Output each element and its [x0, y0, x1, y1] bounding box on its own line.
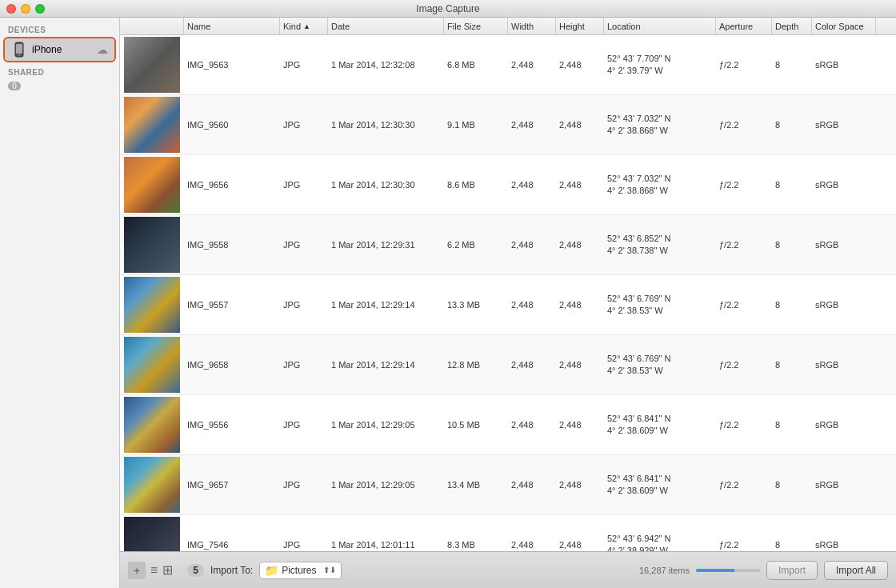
- th-location[interactable]: Location: [604, 18, 716, 34]
- th-name[interactable]: Name: [184, 18, 280, 34]
- cell-aperture: ƒ/2.2: [716, 300, 772, 310]
- thumbnail: [124, 397, 180, 453]
- cell-aperture: ƒ/2.2: [716, 540, 772, 550]
- close-button[interactable]: [6, 4, 16, 14]
- cell-date: 1 Mar 2014, 12:29:14: [328, 360, 444, 370]
- cell-kind: JPG: [280, 240, 328, 250]
- cell-location: 52° 43' 6.852" N4° 2' 38.738" W: [604, 233, 716, 258]
- maximize-button[interactable]: [35, 4, 45, 14]
- cell-location: 52° 43' 6.769" N4° 2' 38.53" W: [604, 353, 716, 378]
- cell-date: 1 Mar 2014, 12:29:31: [328, 240, 444, 250]
- import-folder-selector[interactable]: 📁 Pictures ⬆⬇: [259, 562, 341, 579]
- cell-filesize: 8.3 MB: [444, 540, 508, 550]
- shared-section-header: SHARED: [0, 63, 119, 78]
- folder-icon: 📁: [265, 564, 278, 577]
- th-aperture-label: Aperture: [719, 22, 753, 31]
- shared-row: 0: [0, 78, 119, 94]
- th-colorspace[interactable]: Color Space: [812, 18, 876, 34]
- table-row[interactable]: IMG_9556 JPG 1 Mar 2014, 12:29:05 10.5 M…: [120, 395, 896, 455]
- cell-height: 2,448: [556, 300, 604, 310]
- cell-location: 52° 43' 6.942" N4° 2' 38.929" W: [604, 533, 716, 551]
- cell-height: 2,448: [556, 540, 604, 550]
- cell-thumb: [120, 397, 184, 453]
- sidebar-item-iphone[interactable]: iPhone ☁: [3, 37, 116, 62]
- cell-thumb: [120, 517, 184, 551]
- sort-arrow-icon: ▲: [303, 22, 310, 30]
- th-date[interactable]: Date: [328, 18, 444, 34]
- th-width-label: Width: [511, 22, 534, 31]
- cell-aperture: ƒ/2.2: [716, 60, 772, 70]
- table-row[interactable]: IMG_9657 JPG 1 Mar 2014, 12:29:05 13.4 M…: [120, 455, 896, 515]
- table-header: Name Kind ▲ Date File Size Width Height …: [120, 18, 896, 35]
- cell-depth: 8: [772, 240, 812, 250]
- cell-kind: JPG: [280, 480, 328, 490]
- minimize-button[interactable]: [21, 4, 30, 14]
- cell-date: 1 Mar 2014, 12:01:11: [328, 540, 444, 550]
- table-row[interactable]: IMG_9656 JPG 1 Mar 2014, 12:30:30 8.6 MB…: [120, 155, 896, 215]
- cell-filesize: 12.8 MB: [444, 360, 508, 370]
- cell-date: 1 Mar 2014, 12:32:08: [328, 60, 444, 70]
- cell-height: 2,448: [556, 360, 604, 370]
- zoom-slider[interactable]: [696, 569, 760, 572]
- cell-width: 2,448: [508, 60, 556, 70]
- cell-thumb: [120, 337, 184, 393]
- thumbnail: [124, 157, 180, 213]
- cell-colorspace: sRGB: [812, 240, 876, 250]
- grid-view-icon[interactable]: ⊞: [162, 562, 173, 578]
- cell-date: 1 Mar 2014, 12:30:30: [328, 120, 444, 130]
- svg-rect-1: [16, 44, 22, 54]
- cell-colorspace: sRGB: [812, 180, 876, 190]
- bottom-right: Import Import All: [696, 561, 888, 580]
- cell-thumb: [120, 217, 184, 273]
- cell-kind: JPG: [280, 300, 328, 310]
- add-icon: +: [134, 564, 140, 577]
- table-body: IMG_9563 JPG 1 Mar 2014, 12:32:08 6.8 MB…: [120, 35, 896, 551]
- th-width[interactable]: Width: [508, 18, 556, 34]
- cell-colorspace: sRGB: [812, 420, 876, 430]
- th-height[interactable]: Height: [556, 18, 604, 34]
- cell-filesize: 13.3 MB: [444, 300, 508, 310]
- devices-section-header: DEVICES: [0, 21, 119, 36]
- cell-location: 52° 43' 7.032" N4° 2' 38.868" W: [604, 173, 716, 198]
- table-row[interactable]: IMG_9558 JPG 1 Mar 2014, 12:29:31 6.2 MB…: [120, 215, 896, 275]
- cell-aperture: ƒ/2.2: [716, 360, 772, 370]
- table-row[interactable]: IMG_9658 JPG 1 Mar 2014, 12:29:14 12.8 M…: [120, 335, 896, 395]
- table-row[interactable]: IMG_9557 JPG 1 Mar 2014, 12:29:14 13.3 M…: [120, 275, 896, 335]
- cell-name: IMG_9658: [184, 360, 280, 370]
- cell-kind: JPG: [280, 120, 328, 130]
- th-name-label: Name: [187, 22, 210, 31]
- th-kind[interactable]: Kind ▲: [280, 18, 328, 34]
- cell-aperture: ƒ/2.2: [716, 180, 772, 190]
- th-filesize[interactable]: File Size: [444, 18, 508, 34]
- th-height-label: Height: [559, 22, 585, 31]
- import-all-button[interactable]: Import All: [824, 561, 888, 580]
- th-aperture[interactable]: Aperture: [716, 18, 772, 34]
- cell-location: 52° 43' 6.769" N4° 2' 38.53" W: [604, 293, 716, 318]
- import-button[interactable]: Import: [766, 561, 818, 580]
- th-depth[interactable]: Depth: [772, 18, 812, 34]
- table-row[interactable]: IMG_9563 JPG 1 Mar 2014, 12:32:08 6.8 MB…: [120, 35, 896, 95]
- cell-depth: 8: [772, 540, 812, 550]
- cell-width: 2,448: [508, 240, 556, 250]
- cell-depth: 8: [772, 60, 812, 70]
- cell-thumb: [120, 457, 184, 513]
- cell-colorspace: sRGB: [812, 540, 876, 550]
- cell-depth: 8: [772, 120, 812, 130]
- cell-date: 1 Mar 2014, 12:29:05: [328, 480, 444, 490]
- table-row[interactable]: IMG_9560 JPG 1 Mar 2014, 12:30:30 9.1 MB…: [120, 95, 896, 155]
- cell-date: 1 Mar 2014, 12:29:14: [328, 300, 444, 310]
- cell-width: 2,448: [508, 180, 556, 190]
- add-photo-button[interactable]: +: [128, 562, 146, 579]
- cell-location: 52° 43' 6.841" N4° 2' 38.609" W: [604, 413, 716, 438]
- cell-thumb: [120, 157, 184, 213]
- cell-filesize: 8.6 MB: [444, 180, 508, 190]
- cell-height: 2,448: [556, 60, 604, 70]
- cell-depth: 8: [772, 360, 812, 370]
- th-date-label: Date: [331, 22, 350, 31]
- cell-height: 2,448: [556, 240, 604, 250]
- list-view-icon[interactable]: ≡: [150, 563, 158, 578]
- cell-aperture: ƒ/2.2: [716, 420, 772, 430]
- cell-location: 52° 43' 7.032" N4° 2' 38.868" W: [604, 113, 716, 138]
- table-row[interactable]: IMG_7546 JPG 1 Mar 2014, 12:01:11 8.3 MB…: [120, 515, 896, 551]
- th-thumb: [120, 18, 184, 34]
